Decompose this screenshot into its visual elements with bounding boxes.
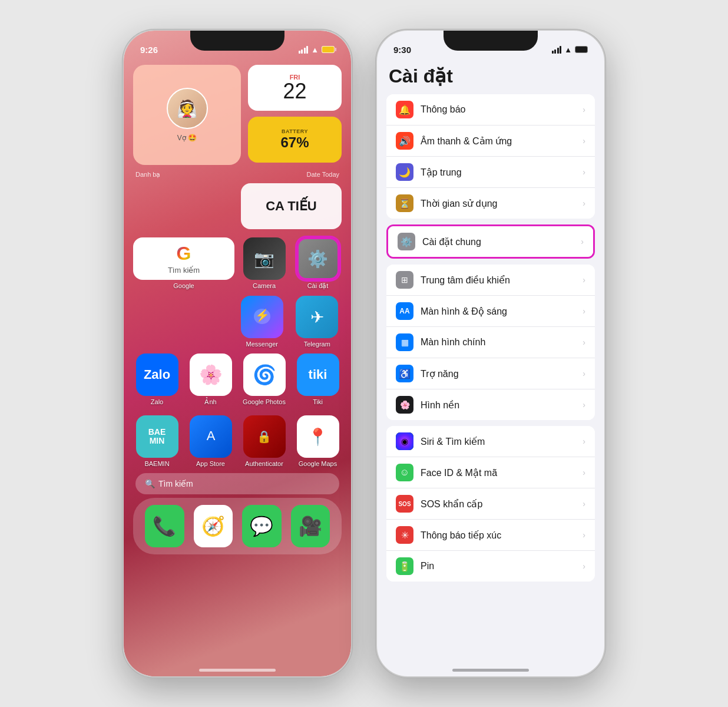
app-grid-row3: Zalo Zalo 🌸 Ảnh 🌀 Google Photos — [124, 350, 351, 409]
widget-catieo[interactable]: CA TIẾU — [241, 183, 342, 229]
widget-battery[interactable]: BATTERY 67% — [248, 117, 342, 163]
date-widget-label: Date Today — [307, 171, 339, 179]
accessibility-chevron: › — [583, 369, 585, 378]
google-widget-icon: G Tìm kiếm — [133, 237, 234, 280]
signal-icon — [299, 46, 309, 54]
settings-row-screentime[interactable]: ⏳ Thời gian sử dụng › — [386, 188, 595, 219]
settings-row-sound[interactable]: 🔊 Âm thanh & Cảm ứng › — [386, 125, 595, 157]
notifications-icon: 🔔 — [396, 101, 413, 118]
sound-chevron: › — [583, 136, 585, 146]
telegram-icon: ✈ — [296, 296, 338, 338]
settings-section-1: 🔔 Thông báo › 🔊 Âm thanh & Cảm ứng › — [386, 94, 595, 219]
settings-section-3: ◉ Siri & Tìm kiếm › ☺ Face ID & Mật mã › — [386, 426, 595, 582]
app-zalo[interactable]: Zalo Zalo — [133, 353, 181, 406]
settings-row-accessibility[interactable]: ♿ Trợ năng › — [386, 358, 595, 389]
screentime-chevron: › — [583, 199, 585, 208]
app-tiki[interactable]: tiki Tiki — [294, 353, 342, 406]
app-label-telegram: Telegram — [304, 341, 330, 348]
siri-icon: ◉ — [396, 432, 413, 450]
app-settings[interactable]: ⚙️ Cài đặt — [294, 237, 342, 290]
battery-icon-yellow — [322, 46, 335, 53]
dock-facetime[interactable]: 🎥 — [291, 505, 330, 547]
wallpaper-chevron: › — [583, 400, 585, 409]
focus-label: Tập trung — [421, 167, 575, 178]
faceid-icon: ☺ — [396, 464, 413, 481]
exposurenotif-label: Thông báo tiếp xúc — [421, 530, 575, 541]
app-telegram[interactable]: ✈ Telegram — [293, 296, 342, 348]
catieo-widget-container: CA TIẾU — [241, 183, 342, 229]
battery-percent: 67% — [280, 134, 309, 151]
screentime-icon: ⏳ — [396, 194, 413, 212]
sos-icon: SOS — [396, 495, 413, 513]
settings-row-notifications[interactable]: 🔔 Thông báo › — [386, 94, 595, 125]
app-photos[interactable]: 🌸 Ảnh — [187, 353, 234, 406]
accessibility-label: Trợ năng — [421, 368, 575, 379]
faceid-chevron: › — [583, 468, 585, 477]
settings-section-2: ⊞ Trung tâm điều khiển › AA Màn hình & Đ… — [386, 265, 595, 420]
contact-name: Vợ 🤩 — [177, 134, 197, 142]
settings-row-wallpaper[interactable]: 🌸 Hình nền › — [386, 389, 595, 420]
dock-messages[interactable]: 💬 — [242, 505, 282, 547]
general-icon: ⚙️ — [398, 233, 415, 250]
app-googlemaps[interactable]: 📍 Google Maps — [294, 415, 342, 467]
settings-row-general[interactable]: ⚙️ Cài đặt chung › — [388, 226, 593, 257]
sos-label: SOS khẩn cấp — [421, 498, 575, 510]
settings-row-controlcenter[interactable]: ⊞ Trung tâm điều khiển › — [386, 265, 595, 296]
settings-row-battery[interactable]: 🔋 Pin › — [386, 551, 595, 582]
focus-chevron: › — [583, 167, 585, 177]
display-label: Màn hình & Độ sáng — [421, 306, 575, 317]
settings-row-siri[interactable]: ◉ Siri & Tìm kiếm › — [386, 426, 595, 457]
app-authenticator[interactable]: 🔒 Authenticator — [240, 415, 288, 467]
app-google[interactable]: G Tìm kiếm Google — [133, 237, 234, 290]
spacer — [133, 183, 234, 229]
camera-icon: 📷 — [243, 237, 286, 280]
settings-row-focus[interactable]: 🌙 Tập trung › — [386, 157, 595, 188]
screentime-label: Thời gian sử dụng — [421, 198, 575, 209]
sos-chevron: › — [583, 499, 585, 508]
phone-1: 9:26 ▲ 👰 Vợ 🤩 — [123, 29, 352, 678]
accessibility-icon: ♿ — [396, 365, 413, 382]
settings-row-display[interactable]: AA Màn hình & Độ sáng › — [386, 296, 595, 327]
app-camera[interactable]: 📷 Camera — [240, 237, 288, 290]
widget-labels: Danh bạ Date Today — [124, 170, 351, 179]
settings-list: 🔔 Thông báo › 🔊 Âm thanh & Cảm ứng › — [377, 94, 604, 587]
appstore-svg: A — [200, 426, 221, 447]
siri-label: Siri & Tìm kiếm — [421, 436, 575, 447]
exposurenotif-chevron: › — [583, 530, 585, 540]
battery-label-settings: Pin — [421, 561, 575, 571]
contact-avatar: 👰 — [167, 88, 208, 129]
settings-row-faceid[interactable]: ☺ Face ID & Mật mã › — [386, 457, 595, 488]
controlcenter-chevron: › — [583, 275, 585, 285]
settings-page-title: Cài đặt — [377, 60, 604, 94]
time-2: 9:30 — [393, 45, 411, 55]
app-appstore[interactable]: A App Store — [187, 415, 234, 467]
signal-icon-2 — [552, 46, 562, 54]
settings-row-homescreen[interactable]: ▦ Màn hình chính › — [386, 327, 595, 358]
general-chevron: › — [581, 237, 584, 246]
app-baemin[interactable]: BAEMIN BAEMIN — [133, 415, 181, 467]
faceid-label: Face ID & Mật mã — [421, 467, 575, 478]
app-gphotos[interactable]: 🌀 Google Photos — [240, 353, 288, 406]
dock-safari[interactable]: 🧭 — [194, 505, 233, 547]
app-messenger[interactable]: ⚡ Messenger — [237, 296, 287, 348]
dock-phone[interactable]: 📞 — [145, 505, 184, 547]
exposurenotif-icon: ✳ — [396, 526, 413, 544]
battery-label: BATTERY — [282, 128, 308, 134]
homescreen-chevron: › — [583, 338, 585, 347]
app-grid-row1: G Tìm kiếm Google 📷 Camera ⚙️ — [124, 234, 351, 293]
home-indicator-1 — [199, 669, 276, 672]
wifi-icon-2: ▲ — [564, 45, 572, 54]
app-row2: ⚡ Messenger ✈ Telegram — [124, 293, 351, 350]
search-bar[interactable]: 🔍 Tìm kiếm — [135, 473, 339, 494]
homescreen-icon: ▦ — [396, 333, 413, 351]
widgets-row: 👰 Vợ 🤩 FRI 22 BATTERY 67% — [124, 60, 351, 170]
settings-row-sos[interactable]: SOS SOS khẩn cấp › — [386, 488, 595, 520]
widget-contact[interactable]: 👰 Vợ 🤩 — [133, 65, 241, 165]
phone-1-screen: 9:26 ▲ 👰 Vợ 🤩 — [124, 31, 351, 676]
widget-date[interactable]: FRI 22 — [248, 65, 342, 111]
wallpaper-icon: 🌸 — [396, 396, 413, 414]
google-search-text: Tìm kiếm — [168, 266, 200, 275]
app-label-zalo: Zalo — [151, 398, 163, 405]
settings-row-exposurenotif[interactable]: ✳ Thông báo tiếp xúc › — [386, 520, 595, 551]
catieo-text: CA TIẾU — [266, 199, 317, 214]
